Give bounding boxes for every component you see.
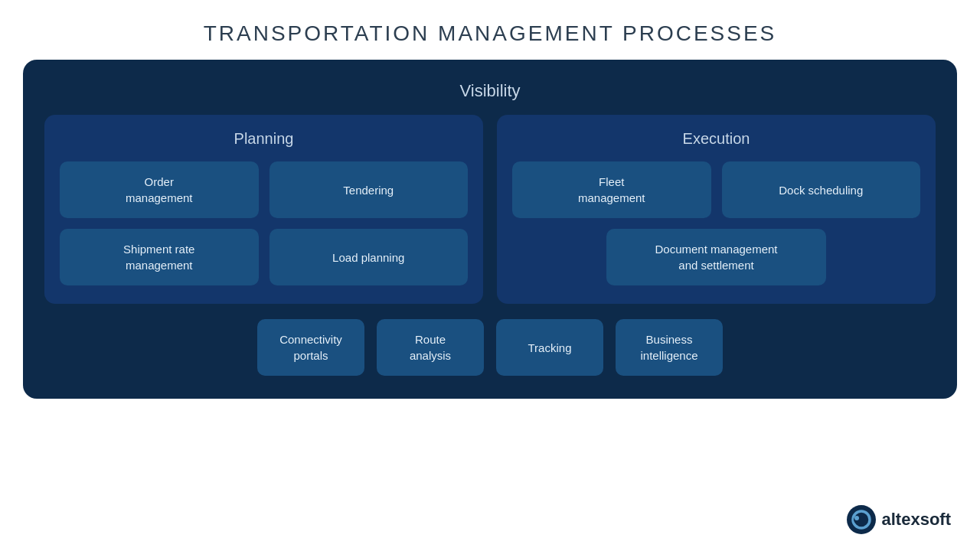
card-route-analysis: Route analysis	[377, 319, 484, 376]
card-tracking: Tracking	[496, 319, 603, 376]
card-load-planning: Load planning	[270, 229, 469, 285]
altexsoft-logo-icon	[847, 505, 876, 534]
execution-row2: Document management and settlement	[512, 229, 920, 285]
planning-section: Planning Order management Tendering Ship…	[44, 115, 483, 304]
execution-row1: Fleet management Dock scheduling	[512, 161, 920, 218]
bottom-row: Connectivity portals Route analysis Trac…	[44, 319, 936, 376]
outer-container: Visibility Planning Order management Ten…	[23, 60, 957, 399]
planning-title: Planning	[60, 130, 468, 148]
visibility-label: Visibility	[44, 81, 936, 101]
card-tendering: Tendering	[270, 161, 469, 218]
svg-point-3	[854, 516, 859, 520]
execution-section: Execution Fleet management Dock scheduli…	[497, 115, 936, 304]
card-dock-scheduling: Dock scheduling	[722, 161, 921, 218]
card-shipment-rate: Shipment rate management	[60, 229, 259, 285]
page-title: TRANSPORTATION MANAGEMENT PROCESSES	[204, 21, 777, 46]
branding: altexsoft	[847, 505, 951, 534]
execution-title: Execution	[512, 130, 920, 148]
planning-cards: Order management Tendering Shipment rate…	[60, 161, 468, 285]
card-business-intelligence: Business intelligence	[616, 319, 723, 376]
card-fleet-management: Fleet management	[512, 161, 711, 218]
card-document-management: Document management and settlement	[606, 229, 827, 285]
card-connectivity-portals: Connectivity portals	[257, 319, 364, 376]
card-order-management: Order management	[60, 161, 259, 218]
middle-row: Planning Order management Tendering Ship…	[44, 115, 936, 304]
brand-name: altexsoft	[882, 510, 951, 530]
